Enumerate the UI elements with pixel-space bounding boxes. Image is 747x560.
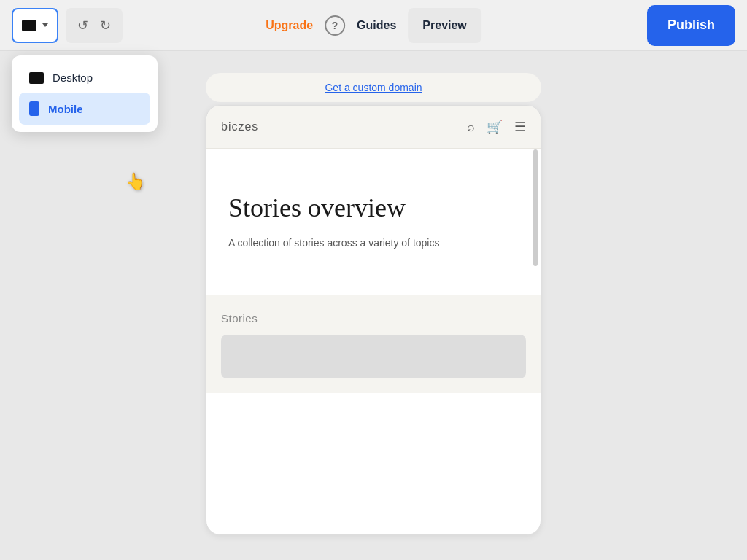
publish-button[interactable]: Publish [647, 5, 735, 46]
help-button[interactable]: ? [325, 15, 345, 36]
phone-content: Stories overview A collection of stories… [206, 149, 541, 273]
phone-preview-wrapper: Get a custom domain biczes ⌕ 🛒 ☰ Stories… [206, 73, 541, 535]
stories-card-placeholder [221, 335, 526, 378]
device-selector-button[interactable] [12, 8, 58, 43]
toolbar: ↺ ↻ Upgrade ? Guides Preview Publish [0, 0, 747, 51]
desktop-icon [29, 72, 44, 84]
stories-section-title: Stories [221, 312, 526, 324]
custom-domain-link[interactable]: Get a custom domain [228, 82, 519, 93]
site-logo: biczes [221, 120, 258, 133]
menu-icon: ☰ [514, 119, 526, 135]
cart-icon: 🛒 [487, 119, 503, 135]
site-nav-icons: ⌕ 🛒 ☰ [467, 119, 526, 135]
site-navbar: biczes ⌕ 🛒 ☰ [206, 106, 541, 149]
device-dropdown-menu: Desktop Mobile [12, 55, 158, 132]
desktop-label: Desktop [53, 71, 93, 84]
stories-title: Stories overview [228, 192, 519, 224]
phone-frame: biczes ⌕ 🛒 ☰ Stories overview A collecti… [206, 105, 541, 535]
mobile-option[interactable]: Mobile [19, 93, 150, 125]
chevron-down-icon [42, 23, 48, 27]
toolbar-center: Upgrade ? Guides Preview [266, 8, 481, 43]
undo-redo-group: ↺ ↻ [66, 8, 123, 43]
stories-subtitle: A collection of stories across a variety… [228, 236, 519, 251]
stories-section: Stories [206, 295, 541, 393]
upgrade-button[interactable]: Upgrade [266, 19, 313, 32]
desktop-option[interactable]: Desktop [19, 63, 150, 93]
undo-button[interactable]: ↺ [73, 15, 93, 36]
guides-button[interactable]: Guides [357, 19, 396, 32]
search-icon: ⌕ [467, 120, 475, 135]
monitor-icon [22, 20, 36, 31]
mobile-label: Mobile [48, 103, 83, 115]
preview-button[interactable]: Preview [408, 8, 481, 43]
mobile-icon [29, 101, 39, 116]
redo-button[interactable]: ↻ [96, 15, 115, 36]
custom-domain-bar: Get a custom domain [206, 73, 541, 102]
phone-scrollbar[interactable] [533, 149, 538, 266]
